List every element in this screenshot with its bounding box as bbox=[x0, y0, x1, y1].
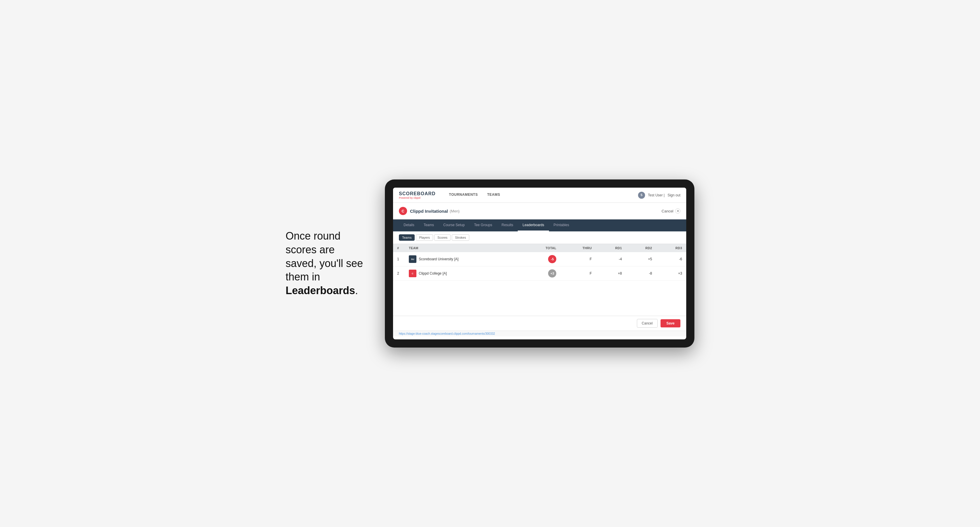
tab-details[interactable]: Details bbox=[399, 219, 419, 232]
tab-nav: Details Teams Course Setup Tee Groups Re… bbox=[393, 219, 686, 232]
logo-text: SCOREBOARD bbox=[399, 191, 436, 196]
row1-rd3: -6 bbox=[656, 252, 686, 267]
row2-score-badge: +3 bbox=[548, 269, 556, 278]
tab-results[interactable]: Results bbox=[497, 219, 518, 232]
url-bar: https://stage-blue-coach.stagescoreboard… bbox=[393, 331, 686, 337]
save-button[interactable]: Save bbox=[660, 319, 680, 327]
row1-team-info: SU Scoreboard University [A] bbox=[409, 256, 518, 263]
row1-team-logo: SU bbox=[409, 256, 417, 263]
row2-team-info: C Clippd College [A] bbox=[409, 270, 518, 277]
sidebar-line1: Once round scores are saved, you'll see … bbox=[286, 230, 363, 283]
col-rank: # bbox=[393, 244, 405, 252]
tab-course-setup[interactable]: Course Setup bbox=[439, 219, 469, 232]
table-header-row: # TEAM TOTAL THRU RD1 RD2 RD3 bbox=[393, 244, 686, 252]
row2-team-logo: C bbox=[409, 270, 417, 277]
logo-sub: Powered by clippd bbox=[399, 196, 436, 199]
bottom-bar: Cancel Save bbox=[393, 316, 686, 331]
row2-rd3: +3 bbox=[656, 267, 686, 281]
tournament-name: Clippd Invitational bbox=[410, 209, 448, 214]
row1-total: -5 bbox=[522, 252, 560, 267]
col-total: TOTAL bbox=[522, 244, 560, 252]
top-nav: SCOREBOARD Powered by clippd TOURNAMENTS… bbox=[393, 187, 686, 203]
row2-team-cell: C Clippd College [A] bbox=[405, 267, 522, 281]
row1-team-name: Scoreboard University [A] bbox=[419, 257, 458, 261]
tournament-header: C Clippd Invitational (Men) Cancel ✕ bbox=[393, 203, 686, 219]
tournament-icon: C bbox=[399, 207, 407, 215]
row2-team-name: Clippd College [A] bbox=[419, 271, 447, 275]
user-name: Test User | bbox=[648, 193, 665, 197]
row2-rd2: -8 bbox=[626, 267, 656, 281]
tablet-screen: SCOREBOARD Powered by clippd TOURNAMENTS… bbox=[393, 187, 686, 340]
row2-rank: 2 bbox=[393, 267, 405, 281]
tournament-type: (Men) bbox=[450, 209, 460, 213]
nav-links: TOURNAMENTS TEAMS bbox=[444, 187, 638, 203]
sub-tab-scores[interactable]: Scores bbox=[434, 234, 450, 241]
sub-tab-teams[interactable]: Teams bbox=[399, 234, 415, 241]
tab-tee-groups[interactable]: Tee Groups bbox=[469, 219, 497, 232]
logo-sub-prefix: Powered by bbox=[399, 196, 414, 199]
sub-tab-strokes[interactable]: Strokes bbox=[452, 234, 469, 241]
nav-teams[interactable]: TEAMS bbox=[482, 187, 505, 203]
col-rd2: RD2 bbox=[626, 244, 656, 252]
logo-area: SCOREBOARD Powered by clippd bbox=[399, 191, 436, 199]
col-team: TEAM bbox=[405, 244, 522, 252]
cancel-label: Cancel bbox=[662, 209, 673, 213]
table-row: 1 SU Scoreboard University [A] -5 bbox=[393, 252, 686, 267]
sidebar-highlight: Leaderboards bbox=[286, 284, 355, 297]
row2-total: +3 bbox=[522, 267, 560, 281]
sub-tabs: Teams Players Scores Strokes bbox=[393, 232, 686, 244]
nav-tournaments[interactable]: TOURNAMENTS bbox=[444, 187, 483, 203]
tournament-cancel-btn[interactable]: Cancel ✕ bbox=[662, 208, 680, 214]
sub-tab-players[interactable]: Players bbox=[416, 234, 433, 241]
col-thru: THRU bbox=[560, 244, 596, 252]
row1-team-cell: SU Scoreboard University [A] bbox=[405, 252, 522, 267]
row2-thru: F bbox=[560, 267, 596, 281]
row2-rd1: +8 bbox=[596, 267, 626, 281]
row1-thru: F bbox=[560, 252, 596, 267]
sign-out-link[interactable]: Sign out bbox=[668, 193, 680, 197]
table-row: 2 C Clippd College [A] +3 F bbox=[393, 267, 686, 281]
table-spacer bbox=[393, 281, 686, 316]
col-rd3: RD3 bbox=[656, 244, 686, 252]
row1-rank: 1 bbox=[393, 252, 405, 267]
sidebar-end: . bbox=[355, 284, 358, 297]
row1-rd2: +5 bbox=[626, 252, 656, 267]
col-rd1: RD1 bbox=[596, 244, 626, 252]
nav-right: S Test User | Sign out bbox=[638, 192, 680, 199]
page-container: Once round scores are saved, you'll see … bbox=[286, 179, 694, 348]
tab-printables[interactable]: Printables bbox=[549, 219, 574, 232]
row1-rd1: -4 bbox=[596, 252, 626, 267]
cancel-x-icon[interactable]: ✕ bbox=[675, 208, 680, 214]
tab-leaderboards[interactable]: Leaderboards bbox=[518, 219, 549, 232]
leaderboard-table: # TEAM TOTAL THRU RD1 RD2 RD3 1 bbox=[393, 244, 686, 281]
cancel-button[interactable]: Cancel bbox=[637, 319, 658, 328]
logo-brand: clippd bbox=[414, 196, 420, 199]
sidebar-text: Once round scores are saved, you'll see … bbox=[286, 229, 368, 298]
tab-teams[interactable]: Teams bbox=[419, 219, 439, 232]
tablet-device: SCOREBOARD Powered by clippd TOURNAMENTS… bbox=[385, 179, 694, 348]
row1-score-badge: -5 bbox=[548, 255, 556, 263]
user-avatar: S bbox=[638, 192, 645, 199]
